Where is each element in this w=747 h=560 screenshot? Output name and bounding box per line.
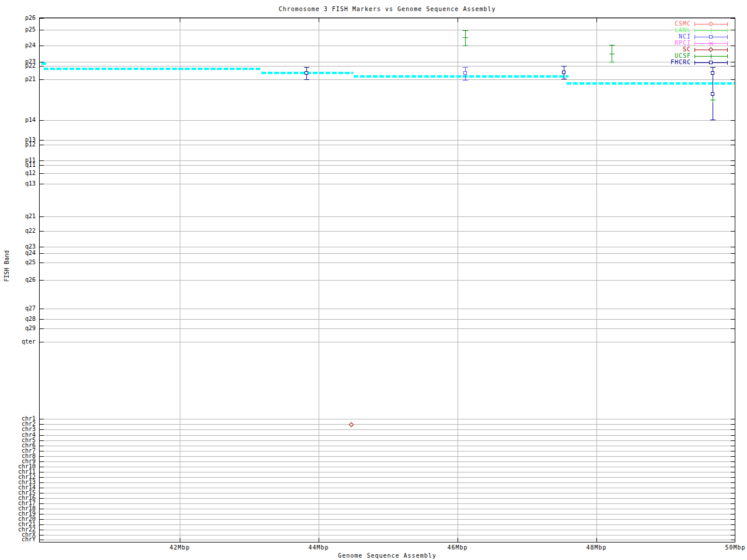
y-axis-tick bbox=[40, 30, 44, 30]
y-axis-tick bbox=[40, 493, 44, 494]
y-axis-tick bbox=[40, 429, 44, 430]
grid-line-y bbox=[40, 18, 735, 19]
coverage-segment bbox=[44, 68, 262, 70]
grid-line-y bbox=[40, 79, 735, 80]
y-axis-tick bbox=[40, 456, 44, 457]
x-axis-tick bbox=[458, 538, 458, 542]
marker-UCSF bbox=[713, 97, 713, 103]
chart-title: Chromosome 3 FISH Markers vs Genome Sequ… bbox=[39, 6, 735, 12]
y-axis-tick bbox=[40, 79, 44, 80]
y-axis-tick bbox=[731, 519, 735, 520]
y-axis-tick bbox=[731, 46, 735, 46]
y-axis-tick bbox=[40, 530, 44, 530]
grid-line-y bbox=[40, 503, 735, 504]
grid-line-y bbox=[40, 461, 735, 462]
y-axis-tick bbox=[731, 440, 735, 441]
y-axis-tick bbox=[40, 253, 44, 254]
y-axis-tick bbox=[731, 280, 735, 281]
y-axis-tick bbox=[731, 424, 735, 425]
y-axis-tick bbox=[731, 120, 735, 121]
grid-line-y bbox=[40, 253, 735, 254]
grid-line-y bbox=[40, 519, 735, 520]
y-axis-tick bbox=[731, 503, 735, 504]
grid-line-x bbox=[596, 18, 597, 542]
y-axis-tick bbox=[731, 451, 735, 452]
grid-line-y bbox=[40, 493, 735, 494]
x-tick-label: 44Mbp bbox=[301, 545, 336, 551]
y-axis-tick bbox=[731, 530, 735, 530]
grid-line-y bbox=[40, 498, 735, 499]
grid-line-y bbox=[40, 514, 735, 514]
grid-line-y bbox=[40, 509, 735, 509]
y-axis-tick bbox=[731, 30, 735, 30]
x-tick-label: 46Mbp bbox=[440, 545, 475, 551]
y-axis-tick bbox=[40, 440, 44, 441]
y-tick-label: q28 bbox=[0, 316, 36, 322]
y-axis-tick bbox=[731, 319, 735, 320]
y-axis-tick bbox=[40, 247, 44, 247]
grid-line-x bbox=[180, 18, 180, 542]
y-axis-tick bbox=[40, 309, 44, 309]
grid-line-y bbox=[40, 145, 735, 145]
y-axis-tick bbox=[40, 319, 44, 320]
coverage-segment bbox=[39, 62, 47, 65]
y-axis-tick bbox=[40, 424, 44, 425]
y-axis-tick bbox=[40, 46, 44, 46]
grid-line-y bbox=[40, 424, 735, 425]
grid-line-x bbox=[458, 18, 458, 542]
y-tick-label: p24 bbox=[0, 43, 36, 48]
error-bar-cap bbox=[463, 46, 468, 46]
y-axis-tick bbox=[40, 535, 44, 536]
marker-UCSF bbox=[612, 51, 612, 57]
marker-FHCRC bbox=[305, 71, 308, 75]
y-axis-tick bbox=[40, 451, 44, 452]
error-bar-cap bbox=[463, 80, 468, 80]
grid-line-x bbox=[319, 18, 319, 542]
y-axis-tick bbox=[731, 216, 735, 217]
y-tick-label: qter bbox=[0, 339, 36, 345]
y-axis-tick bbox=[731, 247, 735, 247]
y-axis-tick bbox=[40, 498, 44, 499]
y-tick-label: p26 bbox=[0, 15, 36, 21]
y-axis-tick bbox=[731, 477, 735, 478]
y-axis-tick bbox=[40, 165, 44, 166]
y-axis-tick bbox=[40, 503, 44, 504]
y-axis-tick bbox=[731, 173, 735, 174]
y-axis-tick bbox=[731, 342, 735, 342]
x-tick-label: 48Mbp bbox=[579, 545, 614, 551]
grid-line-y bbox=[40, 435, 735, 436]
x-axis-tick bbox=[458, 18, 458, 22]
y-axis-tick bbox=[40, 519, 44, 520]
y-axis-tick bbox=[731, 66, 735, 66]
y-axis-tick bbox=[731, 435, 735, 436]
grid-line-y bbox=[40, 66, 735, 66]
y-tick-label: q21 bbox=[0, 214, 36, 219]
grid-line-y bbox=[40, 482, 735, 483]
grid-line-y bbox=[40, 120, 735, 121]
grid-line-y bbox=[40, 247, 735, 247]
grid-line-y bbox=[40, 540, 735, 540]
y-axis-tick bbox=[731, 328, 735, 329]
y-axis-tick bbox=[40, 524, 44, 525]
x-axis-label: Genome Sequence Assembly bbox=[39, 553, 735, 559]
grid-line-y bbox=[40, 342, 735, 342]
y-axis-tick bbox=[40, 488, 44, 488]
y-tick-label: p21 bbox=[0, 76, 36, 82]
y-axis-tick bbox=[40, 467, 44, 467]
y-tick-label: q29 bbox=[0, 326, 36, 331]
y-axis-tick bbox=[40, 435, 44, 436]
y-axis-tick bbox=[731, 467, 735, 467]
y-axis-tick bbox=[731, 456, 735, 457]
y-axis-tick bbox=[731, 184, 735, 184]
y-tick-label: q22 bbox=[0, 228, 36, 234]
y-axis-tick bbox=[40, 66, 44, 66]
grid-line-y bbox=[40, 160, 735, 161]
y-axis-tick bbox=[40, 145, 44, 145]
grid-line-y bbox=[40, 231, 735, 232]
marker-FHCRC bbox=[711, 71, 714, 75]
grid-line-y bbox=[40, 309, 735, 309]
y-axis-tick bbox=[731, 231, 735, 232]
error-bar-cap bbox=[304, 79, 309, 80]
error-bar-cap bbox=[710, 67, 715, 68]
y-axis-tick bbox=[731, 253, 735, 254]
